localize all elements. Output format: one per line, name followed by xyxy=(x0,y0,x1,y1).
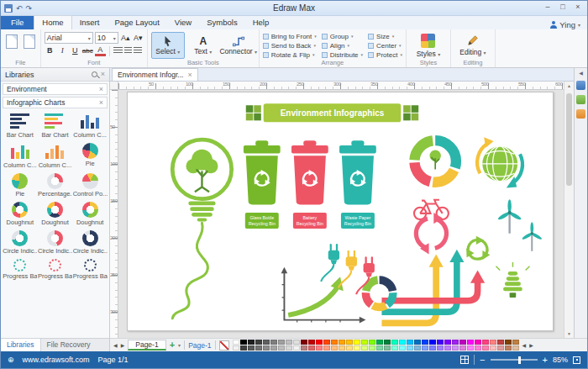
palette-color[interactable] xyxy=(270,340,277,345)
align-left-icon[interactable] xyxy=(113,47,123,55)
palette-color[interactable] xyxy=(331,345,338,351)
pages-view-icon[interactable] xyxy=(460,356,469,364)
maximize-button[interactable]: □ xyxy=(555,1,570,14)
open-document-icon[interactable] xyxy=(24,34,35,49)
no-fill-swatch[interactable] xyxy=(219,340,229,351)
palette-color[interactable] xyxy=(293,340,300,345)
palette-color[interactable] xyxy=(316,345,323,351)
library-item-column-c[interactable]: Column C... xyxy=(72,111,108,140)
font-color-button[interactable]: A xyxy=(95,45,106,56)
palette-scroll-right-icon[interactable]: ▶ xyxy=(529,342,533,348)
send-to-back-button[interactable]: Send to Back▾ xyxy=(263,41,317,50)
palette-color[interactable] xyxy=(391,340,398,345)
underline-button[interactable]: U xyxy=(70,45,81,56)
palette-color[interactable] xyxy=(399,340,406,345)
italic-button[interactable]: I xyxy=(57,45,68,56)
palette-color[interactable] xyxy=(467,345,474,351)
palette-color[interactable] xyxy=(399,345,406,351)
new-document-icon[interactable] xyxy=(6,34,18,49)
menu-tab-page-layout[interactable]: Page Layout xyxy=(107,16,166,29)
chevron-down-icon[interactable]: ▾ xyxy=(178,342,181,348)
palette-color[interactable] xyxy=(308,345,315,351)
palette-color[interactable] xyxy=(497,340,504,345)
donut-chart-graphic[interactable] xyxy=(414,140,455,182)
palette-color[interactable] xyxy=(240,340,247,345)
bring-to-front-button[interactable]: Bring to Front▾ xyxy=(263,32,317,40)
palette-scroll-left-icon[interactable]: ◀ xyxy=(522,342,527,348)
palette-color[interactable] xyxy=(475,340,481,345)
center-button[interactable]: Center▾ xyxy=(368,41,402,50)
menu-tab-home[interactable]: Home xyxy=(34,15,71,29)
palette-color[interactable] xyxy=(391,345,398,351)
palette-color[interactable] xyxy=(301,340,307,345)
palette-color[interactable] xyxy=(490,340,496,345)
recycling-bin-battery[interactable]: Battery Recycling Bin xyxy=(291,140,328,229)
scrollbar-thumb[interactable] xyxy=(566,93,572,186)
zoom-slider[interactable] xyxy=(491,359,538,361)
palette-color[interactable] xyxy=(361,340,368,345)
palette-color[interactable] xyxy=(414,345,421,351)
palette-color[interactable] xyxy=(422,340,428,345)
wind-turbines-graphic[interactable] xyxy=(497,199,543,251)
palette-color[interactable] xyxy=(437,340,444,345)
menu-tab-view[interactable]: View xyxy=(167,16,199,29)
palette-color[interactable] xyxy=(459,345,466,351)
palette-color[interactable] xyxy=(475,345,481,351)
library-item-control-po[interactable]: Control Po... xyxy=(72,171,108,198)
palette-color[interactable] xyxy=(429,340,436,345)
scroll-down-icon[interactable]: ▼ xyxy=(564,329,574,338)
undo-icon[interactable]: ↶ xyxy=(16,3,23,14)
rotate-flip-button[interactable]: Rotate & Flip▾ xyxy=(263,50,317,59)
select-tool-button[interactable]: Select ▾ xyxy=(151,32,185,59)
library-item-circle-indic[interactable]: Circle Indic... xyxy=(72,229,108,256)
cfl-bulb-graphic[interactable] xyxy=(496,262,529,298)
library-item-pie[interactable]: Pie xyxy=(72,141,108,170)
palette-color[interactable] xyxy=(263,345,270,351)
drawing-page[interactable]: Environment Infographics xyxy=(127,92,554,331)
group-button[interactable]: Group▾ xyxy=(322,32,363,40)
recycling-bin-paper[interactable]: Waste Paper Recycling Bin xyxy=(339,140,376,229)
palette-color[interactable] xyxy=(323,340,330,345)
size-button[interactable]: Size▾ xyxy=(368,32,402,40)
library-item-doughnut[interactable]: Doughnut xyxy=(72,200,108,227)
close-icon[interactable]: × xyxy=(99,86,103,93)
website-link[interactable]: www.edrawsoft.com xyxy=(23,356,90,364)
library-item-doughnut[interactable]: Doughnut xyxy=(3,200,38,227)
palette-color[interactable] xyxy=(376,340,383,345)
palette-color[interactable] xyxy=(512,340,519,345)
palette-color[interactable] xyxy=(339,340,345,345)
palette-color[interactable] xyxy=(354,340,360,345)
palette-color[interactable] xyxy=(278,340,285,345)
palette-color[interactable] xyxy=(233,345,239,351)
library-item-progress-bar[interactable]: Progress Bar xyxy=(72,257,108,281)
zoom-slider-thumb[interactable] xyxy=(518,356,521,364)
palette-color[interactable] xyxy=(407,340,413,345)
palette-color[interactable] xyxy=(444,340,451,345)
panel-tab-file-recovery[interactable]: File Recovery xyxy=(41,339,97,351)
palette-color[interactable] xyxy=(301,345,307,351)
font-size-select[interactable]: 10▾ xyxy=(95,32,118,44)
menu-tab-help[interactable]: Help xyxy=(245,16,277,29)
search-icon[interactable] xyxy=(92,71,97,77)
palette-color[interactable] xyxy=(369,345,375,351)
palette-color[interactable] xyxy=(452,340,459,345)
zoom-in-button[interactable]: + xyxy=(543,356,548,365)
palette-color[interactable] xyxy=(316,340,323,345)
palette-color[interactable] xyxy=(497,345,504,351)
library-item-progress-bar[interactable]: Progress Bar xyxy=(38,257,73,281)
library-item-column-c[interactable]: Column C... xyxy=(3,141,38,170)
strikethrough-button[interactable]: abc xyxy=(82,45,93,56)
library-item-percentage[interactable]: Percentage... xyxy=(38,171,73,198)
palette-color[interactable] xyxy=(505,340,512,345)
styles-button[interactable]: Styles ▾ xyxy=(410,32,447,59)
document-tab[interactable]: Environment Infogr... × xyxy=(112,68,198,81)
flow-arrows-graphic[interactable] xyxy=(381,250,485,324)
vertical-scrollbar[interactable]: ▲ ▼ xyxy=(564,82,574,338)
font-family-select[interactable]: Arial▾ xyxy=(45,32,93,44)
palette-color[interactable] xyxy=(505,345,512,351)
bold-button[interactable]: B xyxy=(45,45,55,56)
close-icon[interactable]: × xyxy=(187,71,192,79)
palette-color[interactable] xyxy=(414,340,421,345)
palette-color[interactable] xyxy=(233,340,239,345)
palette-color[interactable] xyxy=(490,345,496,351)
